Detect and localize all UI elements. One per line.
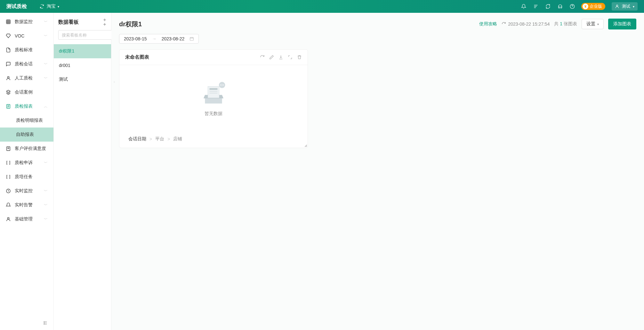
nav-label: 质检申诉 [15, 160, 33, 166]
dimension-item[interactable]: 店铺 [173, 136, 182, 142]
nav-manual-qc[interactable]: 人工质检﹀ [0, 71, 53, 85]
nav-qc-standard[interactable]: 质检标准 [0, 43, 53, 57]
calendar-icon [189, 37, 194, 41]
settings-button[interactable]: 设置 ▾ [582, 19, 604, 29]
board-item-label: 测试 [59, 77, 68, 82]
diamond-icon [6, 33, 11, 38]
chevron-down-icon: ﹀ [44, 76, 48, 81]
chevron-down-icon: ▾ [597, 22, 599, 26]
bell-icon[interactable] [521, 4, 526, 9]
board-search-input[interactable] [58, 30, 119, 40]
page-title: dr权限1 [119, 20, 142, 29]
svg-rect-14 [210, 93, 218, 94]
chevron-right-icon: > [149, 136, 152, 142]
nav-appeal[interactable]: 质检申诉﹀ [0, 156, 53, 170]
refresh-icon [260, 55, 265, 60]
date-start: 2023-08-15 [124, 36, 147, 41]
board-item[interactable]: dr001 [54, 58, 111, 72]
collapse-icon [43, 320, 48, 326]
main-content: dr权限1 使用攻略 2023-08-22 15:27:54 共 1 张图表 设… [111, 13, 644, 330]
nav-label: 客户评价满意度 [15, 146, 46, 152]
chevron-down-icon: ﹀ [44, 188, 48, 194]
nav-training[interactable]: 质培任务 [0, 170, 53, 184]
nav-label: 实时监控 [15, 188, 33, 194]
refresh-icon [40, 4, 44, 9]
bracket-icon [6, 160, 11, 165]
board-item[interactable]: 测试 [54, 72, 111, 87]
svg-rect-13 [210, 91, 218, 92]
nav-qc-report[interactable]: 质检报表︿ [0, 99, 53, 113]
nav-label: 质检标准 [15, 47, 33, 53]
refresh-icon [502, 22, 506, 26]
chart-refresh-button[interactable] [260, 55, 265, 60]
chevron-down-icon: ﹀ [44, 19, 48, 25]
platform-selector[interactable]: 淘宝 ▾ [40, 4, 59, 9]
user-label: 测试 [622, 4, 630, 9]
board-item[interactable]: dr权限1 [54, 44, 111, 58]
add-chart-button[interactable]: 添加图表 [608, 19, 636, 29]
nav-base-mgmt[interactable]: 基础管理﹀ [0, 212, 53, 226]
nav-case[interactable]: 会话案例 [0, 85, 53, 99]
chart-download-button[interactable] [278, 55, 283, 60]
nav-realtime-monitor[interactable]: 实时监控﹀ [0, 184, 53, 198]
nav-label: 实时告警 [15, 202, 33, 208]
chevron-down-icon: ▾ [58, 5, 59, 8]
nav-realtime-alert[interactable]: 实时告警﹀ [0, 198, 53, 212]
edit-icon [269, 55, 274, 60]
svg-point-3 [7, 77, 9, 78]
user-icon [615, 4, 619, 9]
list-icon[interactable] [533, 4, 538, 9]
chevron-right-icon: > [167, 136, 170, 142]
nav-label: 会话案例 [15, 89, 33, 95]
chart-dimensions: 会话日期 > 平台 > 店铺 [119, 132, 308, 148]
dimension-item[interactable]: 平台 [155, 136, 164, 142]
nav-label: 数据监控 [15, 19, 33, 25]
chart-count: 共 1 张图表 [554, 21, 577, 27]
nav-csat[interactable]: 客户评价满意度 [0, 142, 53, 156]
arrow-right-icon: → [152, 36, 157, 41]
download-icon [278, 55, 283, 60]
add-board-button[interactable] [103, 18, 107, 26]
sync-icon[interactable] [545, 4, 551, 9]
nav-label: 自助报表 [16, 132, 34, 137]
nav-label: VOC [15, 33, 24, 38]
nav-data-monitor[interactable]: 数据监控﹀ [0, 15, 53, 29]
nav-label: 质检报表 [15, 103, 33, 109]
chart-edit-button[interactable] [269, 55, 274, 60]
chevron-down-icon: ▾ [633, 5, 634, 8]
svg-point-7 [7, 218, 9, 219]
user-menu[interactable]: 测试 ▾ [612, 2, 638, 11]
chart-fullscreen-button[interactable] [288, 55, 293, 60]
chat-icon [6, 62, 11, 67]
dimension-item[interactable]: 会话日期 [128, 136, 146, 142]
bell-icon [6, 202, 11, 208]
nav-qc-session[interactable]: 质检会话﹀ [0, 57, 53, 71]
nav-self-report[interactable]: 自助报表 [0, 128, 53, 142]
nav-collapse-button[interactable] [43, 320, 48, 326]
report-icon [6, 104, 11, 109]
enterprise-badge[interactable]: ¥ 企业版 [581, 3, 605, 10]
nav-qc-detail-report[interactable]: 质检明细报表 [0, 113, 53, 128]
settings-icon [6, 217, 11, 222]
left-nav: 数据监控﹀ VOC﹀ 质检标准 质检会话﹀ 人工质检﹀ 会话案例 质检报表︿ 质… [0, 13, 54, 330]
board-panel-title: 数据看板 [58, 19, 103, 26]
panel-collapse-handle[interactable] [111, 77, 117, 87]
chevron-down-icon: ﹀ [44, 33, 48, 39]
date-range-picker[interactable]: 2023-08-15 → 2023-08-22 [119, 34, 199, 44]
app-name: 测试质检 [6, 3, 27, 10]
app-header: 测试质检 淘宝 ▾ ¥ 企业版 测试 ▾ [0, 0, 644, 13]
usage-guide-link[interactable]: 使用攻略 [479, 21, 497, 27]
svg-rect-2 [6, 20, 10, 24]
chart-resize-handle[interactable]: ◢ [304, 144, 307, 147]
plus-icon [103, 22, 107, 26]
chevron-down-icon: ﹀ [44, 202, 48, 208]
bracket-icon [6, 174, 11, 179]
stack-icon [6, 90, 11, 95]
nav-label: 质培任务 [15, 174, 33, 180]
chart-card: 未命名图表 [119, 49, 308, 148]
chart-delete-button[interactable] [297, 55, 302, 60]
svg-point-1 [616, 5, 618, 6]
headset-icon[interactable] [558, 4, 563, 9]
help-icon[interactable] [570, 4, 575, 9]
nav-voc[interactable]: VOC﹀ [0, 29, 53, 43]
